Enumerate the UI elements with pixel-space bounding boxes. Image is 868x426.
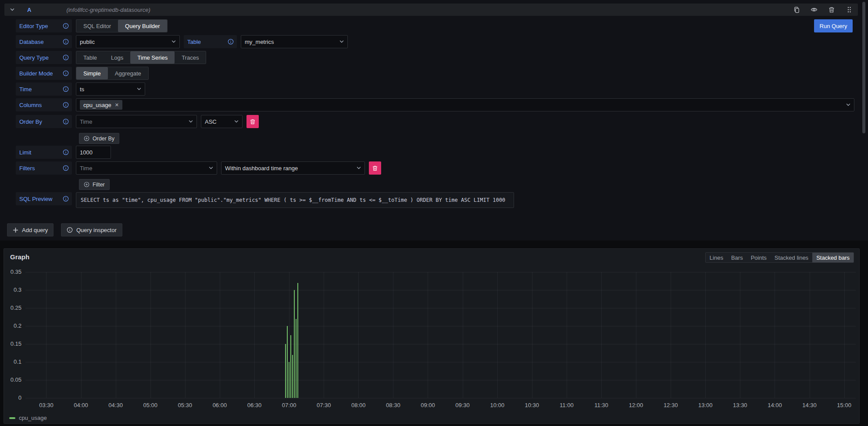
chevron-down-icon <box>846 103 850 107</box>
grid-line-vertical <box>671 272 671 398</box>
graph-panel: Graph Lines Bars Points Stacked lines St… <box>4 248 860 424</box>
x-axis-tick-label: 05:00 <box>137 402 164 408</box>
sql-preview-label-text: SQL Preview <box>19 196 52 202</box>
chart-bar <box>292 355 293 398</box>
add-order-by-button[interactable]: Order By <box>79 133 119 144</box>
database-select[interactable]: public <box>76 35 180 48</box>
y-axis-tick-label: 0.3 <box>14 286 21 294</box>
grid-line-vertical <box>81 272 82 398</box>
time-column-select[interactable]: ts <box>76 82 145 96</box>
time-column-value: ts <box>80 86 133 93</box>
hide-query-eye-icon[interactable] <box>811 6 818 13</box>
grid-line-vertical <box>810 272 810 398</box>
editor-type-option-query-builder[interactable]: Query Builder <box>118 20 167 32</box>
filter-field-value: Time <box>80 165 205 172</box>
info-icon[interactable] <box>63 165 69 171</box>
x-axis-tick-label: 13:00 <box>692 402 718 408</box>
builder-mode-option-simple[interactable]: Simple <box>76 67 108 79</box>
table-select[interactable]: my_metrics <box>241 35 348 48</box>
plus-icon <box>13 227 18 233</box>
remove-filter-button[interactable] <box>369 161 381 175</box>
chevron-down-icon <box>189 119 193 124</box>
info-icon[interactable] <box>63 196 69 202</box>
mode-lines[interactable]: Lines <box>706 253 727 262</box>
drag-handle-icon[interactable] <box>846 6 853 13</box>
info-icon[interactable] <box>63 102 69 108</box>
chart-bar <box>294 290 295 398</box>
grid-line-vertical <box>497 272 498 398</box>
mode-points[interactable]: Points <box>747 253 771 262</box>
query-editor-pane: A (info8fcc-greptimedb-datasource) Run Q… <box>0 0 868 240</box>
editor-type-row: Editor Type SQL Editor Query Builder <box>16 19 854 32</box>
datasource-name: (info8fcc-greptimedb-datasource) <box>66 7 150 13</box>
add-query-label: Add query <box>22 227 48 233</box>
chevron-down-icon <box>234 119 239 124</box>
x-axis-tick-label: 11:00 <box>554 402 580 408</box>
order-by-direction-select[interactable]: ASC <box>201 115 243 128</box>
columns-row: Columns cpu_usage ✕ <box>16 98 854 111</box>
editor-type-option-sql-editor[interactable]: SQL Editor <box>76 20 118 32</box>
legend-item-cpu-usage[interactable]: cpu_usage <box>9 415 47 421</box>
builder-mode-option-aggregate[interactable]: Aggregate <box>108 67 148 79</box>
grid-line-vertical <box>324 272 324 398</box>
limit-input[interactable] <box>76 146 111 159</box>
time-label-text: Time <box>19 86 32 93</box>
remove-order-by-button[interactable] <box>246 115 259 128</box>
filter-condition-select[interactable]: Within dashboard time range <box>221 161 365 175</box>
x-axis-tick-label: 12:00 <box>623 402 649 408</box>
columns-multiselect[interactable]: cpu_usage ✕ <box>76 98 854 111</box>
collapse-chevron-icon[interactable] <box>10 7 15 12</box>
query-type-option-logs[interactable]: Logs <box>104 51 130 64</box>
circle-info-icon <box>67 227 73 233</box>
grid-line-vertical <box>393 272 393 398</box>
duplicate-query-icon[interactable] <box>793 6 800 13</box>
info-icon[interactable] <box>63 70 69 76</box>
info-icon[interactable] <box>63 54 69 61</box>
y-axis-tick-label: 0 <box>18 394 21 401</box>
x-axis-tick-label: 07:00 <box>276 402 302 408</box>
query-type-option-table[interactable]: Table <box>76 51 104 64</box>
x-axis-tick-label: 11:30 <box>588 402 614 408</box>
plot-area: 00.050.10.150.20.250.30.3503:3004:0004:3… <box>25 272 856 398</box>
x-axis-tick-label: 15:00 <box>831 402 857 408</box>
grid-line-vertical <box>532 272 532 398</box>
time-row: Time ts <box>16 82 854 96</box>
info-icon[interactable] <box>63 39 69 45</box>
info-icon[interactable] <box>63 118 69 125</box>
editor-type-segmented: SQL Editor Query Builder <box>76 19 168 32</box>
graph-mode-toggle: Lines Bars Points Stacked lines Stacked … <box>705 252 854 263</box>
database-row: Database public Table my_metrics <box>16 35 854 48</box>
table-label: Table <box>184 35 237 48</box>
query-type-label-text: Query Type <box>19 54 49 61</box>
grid-line-vertical <box>220 272 220 398</box>
time-label: Time <box>16 82 72 96</box>
add-filter-button[interactable]: Filter <box>79 179 110 190</box>
x-axis-tick-label: 14:30 <box>797 402 823 408</box>
chart-bar <box>296 319 297 398</box>
database-value: public <box>80 39 168 45</box>
query-inspector-button[interactable]: Query inspector <box>61 223 122 236</box>
chevron-down-icon <box>339 39 344 44</box>
grid-line-vertical <box>601 272 602 398</box>
info-icon[interactable] <box>228 39 234 45</box>
add-query-button[interactable]: Add query <box>7 223 54 236</box>
mode-bars[interactable]: Bars <box>727 253 747 262</box>
query-type-option-traces[interactable]: Traces <box>175 51 206 64</box>
order-by-field-select[interactable]: Time <box>76 115 197 128</box>
y-axis-tick-label: 0.15 <box>11 340 21 347</box>
info-icon[interactable] <box>63 23 69 29</box>
order-by-label-text: Order By <box>19 118 42 125</box>
info-icon[interactable] <box>63 149 69 155</box>
query-type-option-time-series[interactable]: Time Series <box>130 51 175 64</box>
x-axis-tick-label: 10:30 <box>519 402 545 408</box>
scrollbar-thumb[interactable] <box>862 2 865 133</box>
info-icon[interactable] <box>63 86 69 92</box>
mode-stacked-bars[interactable]: Stacked bars <box>812 253 854 262</box>
filter-field-select[interactable]: Time <box>76 161 217 175</box>
order-by-row: Order By Time ASC <box>16 115 854 128</box>
remove-tag-icon[interactable]: ✕ <box>115 102 119 108</box>
query-header[interactable]: A (info8fcc-greptimedb-datasource) <box>4 4 858 16</box>
delete-query-trash-icon[interactable] <box>828 6 835 13</box>
mode-stacked-lines[interactable]: Stacked lines <box>771 253 812 262</box>
filters-row: Filters Time Within dashboard time range <box>16 161 854 175</box>
